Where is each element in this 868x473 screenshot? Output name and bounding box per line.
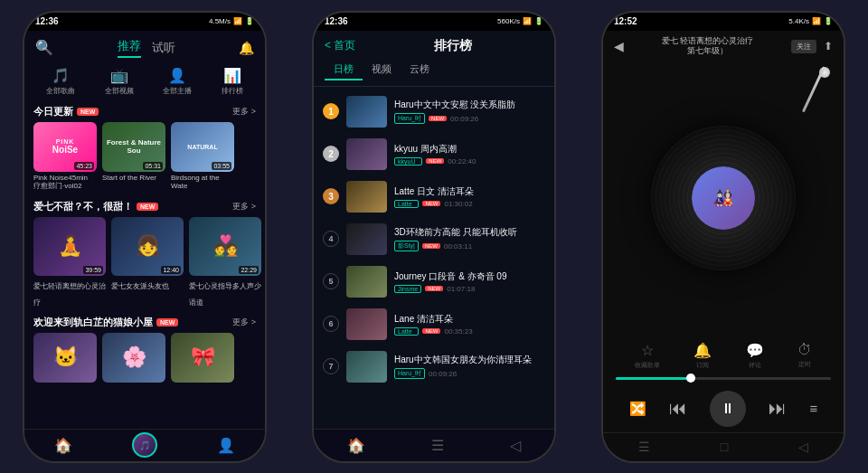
tab-video[interactable]: 视频	[363, 60, 401, 80]
card3-2[interactable]: 🌸	[102, 333, 165, 383]
progress-thumb[interactable]	[686, 374, 695, 383]
tab-recommend[interactable]: 推荐	[118, 38, 141, 58]
comment-label: 评论	[749, 361, 761, 370]
section2-more[interactable]: 更多 >	[232, 201, 256, 213]
section1-more[interactable]: 更多 >	[232, 106, 256, 118]
timer-label: 定时	[798, 360, 811, 369]
next-button[interactable]: ⏭	[769, 398, 787, 419]
player-action-subscribe[interactable]: 🔔 订阅	[693, 342, 712, 370]
rank-author-3: Latte_	[394, 200, 419, 208]
rank-item-6[interactable]: 6 Lane 清洁耳朵 Latte_ NEW 00:35:23	[314, 303, 554, 345]
back-icon-2[interactable]: ◁	[510, 437, 521, 454]
rank-meta-1: Haru_时 NEW 00:09:26	[394, 113, 545, 124]
card3-thumb-3: 🎀	[171, 333, 234, 383]
rank-info-5: Journey 口段音 & 亦奇音 09 Jinsme NEW 01:07:18	[394, 270, 545, 293]
prev-button[interactable]: ⏮	[669, 398, 687, 419]
player-action-timer[interactable]: ⏱ 定时	[797, 342, 812, 370]
charts-label: 排行榜	[222, 86, 243, 96]
playlist-button[interactable]: ≡	[810, 401, 818, 416]
bottom-nav-1: 🏠 🎵 👤	[24, 429, 265, 461]
card3-3[interactable]: 🎀	[171, 333, 234, 383]
play-pause-button[interactable]: ⏸	[710, 391, 746, 427]
rank-item-5[interactable]: 5 Journey 口段音 & 亦奇音 09 Jinsme NEW 01:07:…	[314, 260, 554, 303]
rank-meta-4: 影Sty| NEW 00:03:11	[394, 241, 545, 251]
bell-icon[interactable]: 🔔	[239, 41, 254, 55]
vinyl-area: 🎎	[603, 62, 844, 335]
rank-meta-7: Haru_时 00:09:26	[394, 368, 545, 379]
section3-more[interactable]: 更多 >	[232, 317, 256, 328]
share-icon[interactable]: ⬆	[824, 40, 833, 52]
back-button-2[interactable]: < 首页	[325, 38, 355, 53]
nav-charts[interactable]: 📊 排行榜	[222, 67, 243, 96]
player-action-comment[interactable]: 💬 评论	[746, 342, 764, 370]
nav-songs[interactable]: 🎵 全部歌曲	[46, 67, 75, 96]
new-badge-2: NEW	[137, 203, 158, 211]
profile-icon[interactable]: 👤	[217, 437, 235, 454]
progress-fill	[616, 377, 691, 380]
home-icon[interactable]: 🏠	[54, 437, 72, 454]
avatar[interactable]: 🎵	[132, 432, 157, 458]
status-icons-2: 560K/s 📶 🔋	[497, 17, 543, 25]
nav-icon-2[interactable]: □	[721, 440, 728, 454]
rank-duration-6: 00:35:23	[444, 327, 472, 336]
rank-item-7[interactable]: 7 Haru中文韩国女朋友为你清理耳朵 Haru_时 00:09:26	[314, 345, 554, 388]
tab-test[interactable]: 试听	[152, 40, 175, 56]
charts-icon: 📊	[223, 67, 241, 84]
phone3-song-title: 爱七 轻语离想的心灵治疗 第七年级）	[624, 36, 791, 57]
rank-item-4[interactable]: 4 3D环绕前方高能 只能耳机收听 影Sty| NEW 00:03:11	[314, 218, 554, 260]
tab-cloud[interactable]: 云榜	[401, 60, 439, 80]
signal-text-2: 560K/s	[497, 17, 520, 25]
card-duration-1: 45:23	[74, 162, 94, 170]
rank-info-4: 3D环绕前方高能 只能耳机收听 影Sty| NEW 00:03:11	[394, 226, 545, 251]
shuffle-button[interactable]: 🔀	[629, 401, 646, 417]
rank-meta-2: kkyuU_ NEW 00:22:40	[394, 157, 545, 166]
search-icon[interactable]: 🔍	[35, 39, 53, 56]
status-icons-3: 5.4K/s 📶 🔋	[788, 17, 833, 25]
tab-daily[interactable]: 日榜	[325, 60, 363, 80]
rank-info-2: kkyuu 周内高潮 kkyuU_ NEW 00:22:40	[394, 143, 545, 166]
card-thumb-natural: NATURAL 03:55	[171, 122, 234, 172]
menu-icon-2[interactable]: ☰	[431, 437, 444, 454]
rank-meta-5: Jinsme NEW 01:07:18	[394, 285, 545, 293]
rank-meta-6: Latte_ NEW 00:35:23	[394, 327, 545, 336]
card3-1[interactable]: 🐱	[33, 333, 97, 383]
rank-num-1: 1	[323, 103, 339, 119]
hosts-icon: 👤	[168, 67, 186, 84]
rank-thumb-2	[346, 138, 387, 170]
nav-hosts[interactable]: 👤 全部主播	[163, 67, 192, 96]
nav-videos[interactable]: 📺 全部视频	[105, 67, 134, 96]
videos-icon: 📺	[110, 67, 128, 84]
card2-2[interactable]: 👧 12:40 爱七女友派头友也	[111, 217, 184, 308]
player-action-favorite[interactable]: ☆ 收藏歌单	[635, 342, 660, 370]
vinyl-center: 🎎	[692, 166, 755, 230]
nav-icon-3[interactable]: ◁	[798, 440, 808, 454]
rank-thumb-1	[346, 96, 387, 128]
rank-item-3[interactable]: 3 Latte 日文 清洁耳朵 Latte_ NEW 01:30:02	[314, 175, 554, 218]
rank-author-6: Latte_	[394, 327, 419, 336]
card2-1[interactable]: 🧘 39:59 爱七轻语离想的心灵治疗	[33, 217, 106, 308]
signal-icon-1: 4.5M/s	[209, 17, 231, 25]
wifi-icon-3: 📶	[812, 17, 821, 25]
progress-bar[interactable]	[616, 377, 831, 380]
card2-3[interactable]: 💑 22:29 爱七心灵指导多人声少语道	[189, 217, 261, 308]
rank-author-4: 影Sty|	[394, 241, 419, 251]
card-natural[interactable]: NATURAL 03:55 Birdsong at the Wate	[171, 122, 234, 191]
card-forest[interactable]: Forest & Nature Sou 05:31 Start of the R…	[102, 122, 165, 191]
card-pink-noise[interactable]: PINK NoiSe 45:23 Pink Noise45min疗愈部门·vol…	[33, 122, 97, 191]
rank-item-1[interactable]: 1 Haru中文中文安慰 没关系脂肪 Haru_时 NEW 00:09:26	[314, 90, 554, 133]
hosts-label: 全部主播	[163, 86, 192, 96]
screen-2: < 首页 排行榜 日榜 视频 云榜 1 Haru中文中文安慰 没关系脂肪 Har…	[314, 31, 554, 429]
rank-info-1: Haru中文中文安慰 没关系脂肪 Haru_时 NEW 00:09:26	[394, 99, 545, 124]
nav-icon-1[interactable]: ☰	[638, 440, 650, 454]
card-label-1: Pink Noise45min疗愈部门·vol02	[33, 174, 97, 191]
follow-button[interactable]: 关注	[791, 40, 816, 53]
phone3-header: ◀ 爱七 轻语离想的心灵治疗 第七年级） 关注 ⬆	[603, 31, 844, 62]
phone2-header: < 首页 排行榜	[314, 31, 554, 60]
home-icon-2[interactable]: 🏠	[347, 437, 365, 454]
phone3-actions: 关注 ⬆	[791, 40, 833, 53]
back-button-3[interactable]: ◀	[614, 39, 624, 53]
battery-icon-1: 🔋	[245, 17, 254, 25]
progress-area	[603, 374, 844, 383]
rank-item-2[interactable]: 2 kkyuu 周内高潮 kkyuU_ NEW 00:22:40	[314, 133, 554, 175]
status-bar-2: 12:36 560K/s 📶 🔋	[314, 13, 554, 31]
